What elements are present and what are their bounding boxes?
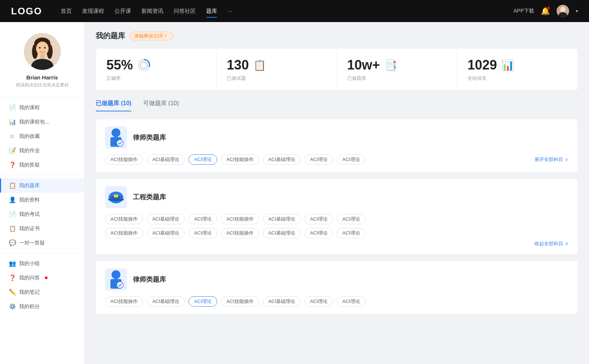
- tag-2-3[interactable]: ACI理论: [188, 214, 217, 224]
- stat-accuracy: 55% 正确率: [96, 49, 216, 90]
- expand-link-1[interactable]: 展开全部科目 ∨: [535, 156, 569, 163]
- svg-point-28: [117, 282, 123, 288]
- nav-qa[interactable]: 问答社区: [174, 6, 196, 16]
- sidebar-item-my-exam[interactable]: 📄 我的考试: [0, 207, 84, 221]
- lawyer-icon-svg-2: [107, 270, 125, 290]
- user-chevron-icon[interactable]: ▾: [576, 8, 578, 14]
- sidebar-item-my-points[interactable]: ⚙️ 我的积分: [0, 299, 84, 314]
- bank-card-lawyer-1: 律师类题库 ACI技能操作 ACI基础理论 ACI理论 ACI技能操作 ACI基…: [96, 119, 578, 172]
- tag-3-6[interactable]: ACI理论: [304, 296, 333, 307]
- sidebar-item-my-answers[interactable]: ❓ 我的问答: [0, 271, 84, 285]
- svg-point-24: [108, 198, 124, 201]
- page-header: 我的题库 体验剩余23天！: [96, 31, 578, 41]
- tag-2-6[interactable]: ACI理论: [304, 214, 333, 224]
- tag-2-10[interactable]: ACI理论: [188, 228, 217, 238]
- sidebar: Brian Harris 错误的决定比没有决定要好 📄 我的课程 📊 我的课程包…: [0, 22, 85, 364]
- notification-bell[interactable]: 🔔: [541, 7, 550, 15]
- sidebar-item-my-group[interactable]: 👥 我的小组: [0, 256, 84, 271]
- tag-1-3[interactable]: ACI理论: [188, 154, 217, 165]
- bank-tags-row-2b: ACI技能操作 ACI基础理论 ACI理论 ACI技能操作 ACI基础理论 AC…: [105, 228, 569, 238]
- tag-2-9[interactable]: ACI基础理论: [147, 228, 185, 238]
- tag-1-1[interactable]: ACI技能操作: [105, 154, 143, 165]
- tag-2-11[interactable]: ACI技能操作: [221, 228, 259, 238]
- main-layout: Brian Harris 错误的决定比没有决定要好 📄 我的课程 📊 我的课程包…: [0, 22, 589, 364]
- stat-top-accuracy: 55%: [106, 57, 206, 73]
- stat-label-ranking: 全站排名: [468, 75, 567, 82]
- collapse-link-2[interactable]: 收起全部科目 ∧: [105, 240, 569, 247]
- engineering-icon-svg: [107, 187, 125, 207]
- qa-icon: ❓: [9, 161, 15, 168]
- sidebar-avatar-image: [24, 33, 61, 70]
- favorite-icon: ☆: [9, 133, 15, 140]
- tag-1-2[interactable]: ACI基础理论: [147, 154, 185, 165]
- sidebar-label-my-courses: 我的课程: [19, 104, 40, 111]
- app-download-btn[interactable]: APP下载: [514, 8, 534, 14]
- nav-right: APP下载 🔔 ▾: [514, 5, 578, 17]
- exam-icon: 📄: [9, 211, 15, 218]
- tab-available-banks[interactable]: 可做题库 (10): [143, 100, 179, 111]
- tag-2-7[interactable]: ACI理论: [337, 214, 366, 224]
- done-questions-icon: 📋: [253, 59, 266, 71]
- tag-3-3[interactable]: ACI理论: [188, 296, 217, 307]
- page-title: 我的题库: [96, 31, 125, 41]
- sidebar-item-my-bank[interactable]: 📋 我的题库: [0, 178, 84, 193]
- stats-row: 55% 正确率 130 📋 已做试题 10w+: [96, 48, 578, 91]
- user-avatar[interactable]: [557, 5, 569, 17]
- tag-2-14[interactable]: ACI理论: [337, 228, 366, 238]
- tag-3-7[interactable]: ACI理论: [337, 296, 366, 307]
- sidebar-item-my-notes[interactable]: ✏️ 我的笔记: [0, 285, 84, 299]
- sidebar-user-section: Brian Harris 错误的决定比没有决定要好: [0, 29, 84, 94]
- tag-2-8[interactable]: ACI技能操作: [105, 228, 143, 238]
- tag-3-4[interactable]: ACI技能操作: [221, 296, 259, 307]
- nav-bank[interactable]: 题库: [206, 6, 217, 16]
- trial-badge: 体验剩余23天！: [130, 32, 173, 40]
- nav-home[interactable]: 首页: [61, 6, 72, 16]
- tag-2-5[interactable]: ACI基础理论: [263, 214, 301, 224]
- navbar: LOGO 首页 发现课程 公开课 新闻资讯 问答社区 题库 ··· APP下载 …: [0, 0, 589, 22]
- sidebar-username: Brian Harris: [27, 74, 58, 81]
- tag-3-1[interactable]: ACI技能操作: [105, 296, 143, 307]
- main-content: 我的题库 体验剩余23天！ 55% 正确率 130 📋: [85, 22, 589, 364]
- sidebar-divider-2: [0, 175, 84, 175]
- sidebar-item-my-packages[interactable]: 📊 我的课程包...: [0, 115, 84, 129]
- tab-done-banks[interactable]: 已做题库 (10): [96, 100, 131, 111]
- svg-point-10: [36, 42, 49, 56]
- group-icon: 👥: [9, 260, 15, 267]
- bank-tags-row-3: ACI技能操作 ACI基础理论 ACI理论 ACI技能操作 ACI基础理论 AC…: [105, 296, 569, 307]
- sidebar-label-my-packages: 我的课程包...: [19, 119, 49, 125]
- tag-3-5[interactable]: ACI基础理论: [263, 296, 301, 307]
- sidebar-item-my-favorites[interactable]: ☆ 我的收藏: [0, 129, 84, 143]
- tag-2-12[interactable]: ACI基础理论: [263, 228, 301, 238]
- info-icon: 👤: [9, 196, 15, 203]
- sidebar-item-my-qa[interactable]: ❓ 我的答疑: [0, 158, 84, 172]
- sidebar-item-my-cert[interactable]: 📋 我的证书: [0, 221, 84, 236]
- tag-1-5[interactable]: ACI基础理论: [263, 154, 301, 165]
- stat-ranking: 1029 📊 全站排名: [457, 49, 578, 90]
- sidebar-item-my-courses[interactable]: 📄 我的课程: [0, 100, 84, 115]
- svg-point-12: [44, 47, 46, 49]
- nav-more[interactable]: ···: [228, 6, 232, 16]
- bank-icon: 📋: [9, 182, 15, 189]
- tag-1-7[interactable]: ACI理论: [337, 154, 366, 165]
- nav-discover[interactable]: 发现课程: [82, 6, 104, 16]
- bank-tags-row-1: ACI技能操作 ACI基础理论 ACI理论 ACI技能操作 ACI基础理论 AC…: [105, 154, 569, 165]
- stat-value-done-banks: 10w+: [347, 57, 380, 73]
- sidebar-label-my-info: 我的资料: [19, 197, 40, 203]
- tag-2-1[interactable]: ACI技能操作: [105, 214, 143, 224]
- tag-2-2[interactable]: ACI基础理论: [147, 214, 185, 224]
- sidebar-item-one-on-one[interactable]: 💬 一对一答疑: [0, 236, 84, 250]
- nav-open[interactable]: 公开课: [114, 6, 131, 16]
- sidebar-item-my-homework[interactable]: 📝 我的作业: [0, 143, 84, 158]
- tag-1-4[interactable]: ACI技能操作: [221, 154, 259, 165]
- done-banks-icon: 📑: [384, 59, 397, 71]
- bank-icon-lawyer-2: [105, 268, 127, 290]
- tag-2-13[interactable]: ACI理论: [304, 228, 333, 238]
- svg-point-17: [141, 62, 147, 68]
- bank-card-engineering: 工程类题库 ACI技能操作 ACI基础理论 ACI理论 ACI技能操作 ACI基…: [96, 178, 578, 255]
- sidebar-item-my-info[interactable]: 👤 我的资料: [0, 193, 84, 207]
- tag-3-2[interactable]: ACI基础理论: [147, 296, 185, 307]
- nav-news[interactable]: 新闻资讯: [141, 6, 163, 16]
- stat-value-done-questions: 130: [227, 57, 249, 73]
- tag-1-6[interactable]: ACI理论: [304, 154, 333, 165]
- tag-2-4[interactable]: ACI技能操作: [221, 214, 259, 224]
